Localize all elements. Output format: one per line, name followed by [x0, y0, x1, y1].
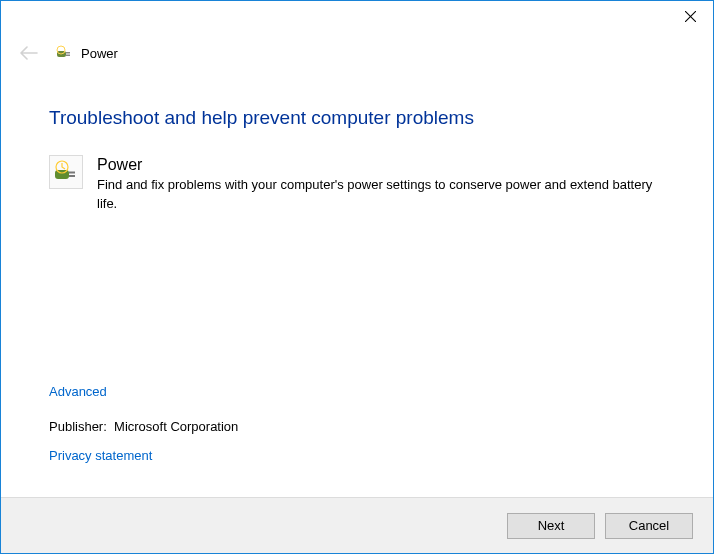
footer-bar: Next Cancel [1, 497, 713, 553]
title-bar [1, 1, 713, 37]
close-button[interactable] [667, 1, 713, 31]
header-row: Power [1, 37, 713, 69]
troubleshooter-name: Power [97, 155, 665, 174]
close-icon [685, 11, 696, 22]
svg-rect-4 [66, 55, 70, 57]
publisher-value: Microsoft Corporation [114, 419, 238, 434]
window-title: Power [81, 46, 118, 61]
troubleshooter-item: Power Find and fix problems with your co… [49, 155, 665, 214]
back-arrow-icon [20, 46, 38, 60]
troubleshooter-description: Find and fix problems with your computer… [97, 176, 665, 214]
advanced-link[interactable]: Advanced [49, 384, 107, 399]
power-troubleshooter-icon [52, 158, 80, 186]
publisher-row: Publisher: Microsoft Corporation [49, 419, 238, 434]
troubleshooter-icon-frame [49, 155, 83, 189]
svg-rect-7 [69, 172, 75, 174]
svg-rect-8 [69, 175, 75, 177]
content-area: Troubleshoot and help prevent computer p… [1, 69, 713, 214]
cancel-button[interactable]: Cancel [605, 513, 693, 539]
troubleshooter-text: Power Find and fix problems with your co… [97, 155, 665, 214]
back-button [19, 43, 39, 63]
power-plug-icon [55, 44, 73, 62]
next-button[interactable]: Next [507, 513, 595, 539]
publisher-label: Publisher: [49, 419, 107, 434]
privacy-link[interactable]: Privacy statement [49, 448, 152, 463]
lower-panel: Advanced Publisher: Microsoft Corporatio… [49, 384, 238, 463]
title-icon [55, 44, 73, 62]
page-heading: Troubleshoot and help prevent computer p… [49, 107, 665, 129]
svg-rect-3 [66, 52, 70, 54]
